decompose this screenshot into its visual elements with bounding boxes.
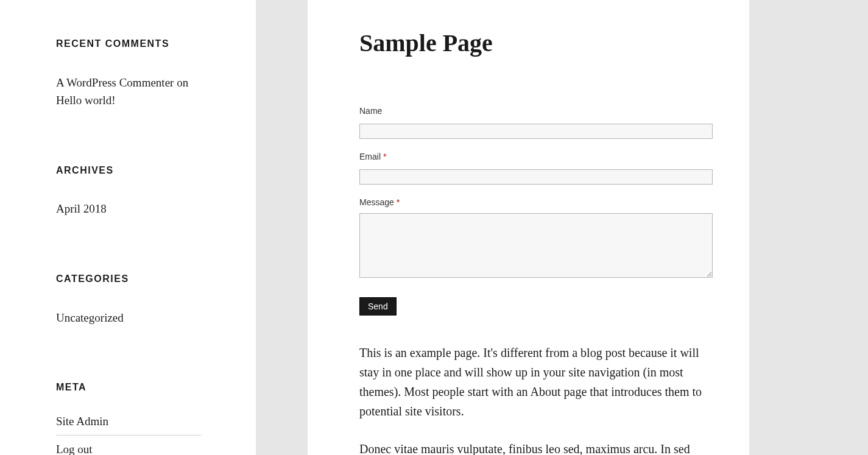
sidebar: RECENT COMMENTS A WordPress Commenter on… [0, 0, 256, 455]
comment-post-link[interactable]: Hello world! [56, 94, 116, 107]
name-input[interactable] [359, 124, 713, 139]
layout-gap [256, 0, 308, 455]
widget-categories: CATEGORIES Uncategorized [56, 272, 201, 331]
widget-title: ARCHIVES [56, 163, 201, 178]
layout-right-gap [749, 0, 868, 455]
widget-title: CATEGORIES [56, 272, 201, 287]
message-label: Message * [359, 196, 713, 210]
body-paragraph: Donec vitae mauris vulputate, finibus le… [359, 439, 713, 455]
widget-meta: META Site Admin Log out Entries RSS Comm… [56, 380, 201, 455]
name-label: Name [359, 105, 713, 118]
category-item: Uncategorized [56, 304, 201, 331]
meta-item: Log out [56, 436, 201, 455]
main-content: Sample Page Name Email * Message * Send … [308, 0, 749, 455]
meta-link-site-admin[interactable]: Site Admin [56, 415, 108, 428]
required-mark: * [383, 152, 386, 161]
widget-title: RECENT COMMENTS [56, 37, 201, 52]
send-button[interactable]: Send [359, 297, 397, 316]
page-title: Sample Page [359, 24, 713, 62]
widget-archives: ARCHIVES April 2018 [56, 163, 201, 223]
contact-form: Name Email * Message * Send [359, 105, 713, 316]
message-textarea[interactable] [359, 213, 713, 278]
meta-link-logout[interactable]: Log out [56, 443, 93, 455]
body-paragraph: This is an example page. It's different … [359, 343, 713, 421]
required-mark: * [397, 197, 400, 207]
category-link[interactable]: Uncategorized [56, 311, 124, 324]
page-body: This is an example page. It's different … [359, 343, 713, 455]
comment-author-link[interactable]: A WordPress Commenter [56, 76, 174, 89]
recent-comment-item: A WordPress Commenter on Hello world! [56, 69, 201, 115]
archive-item: April 2018 [56, 195, 201, 222]
widget-title: META [56, 380, 201, 395]
widget-recent-comments: RECENT COMMENTS A WordPress Commenter on… [56, 37, 201, 115]
on-text: on [174, 76, 188, 89]
archive-link[interactable]: April 2018 [56, 202, 107, 215]
email-label: Email * [359, 150, 713, 164]
meta-item: Site Admin [56, 412, 201, 436]
email-input[interactable] [359, 169, 713, 185]
